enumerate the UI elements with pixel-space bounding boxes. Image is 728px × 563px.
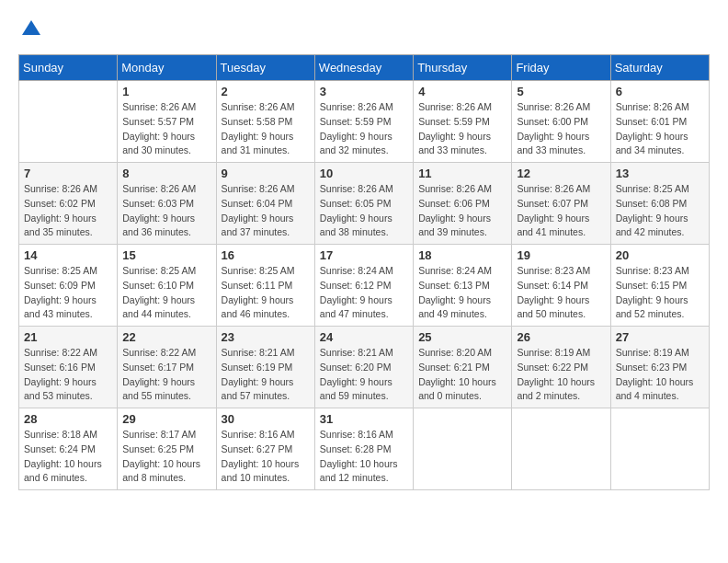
day-of-week-header: Saturday [610, 55, 709, 81]
day-info: Sunrise: 8:22 AMSunset: 6:16 PMDaylight:… [24, 346, 112, 404]
day-number: 27 [616, 330, 704, 344]
day-number: 22 [122, 330, 210, 344]
day-info: Sunrise: 8:16 AMSunset: 6:28 PMDaylight:… [320, 428, 408, 486]
calendar-cell: 2Sunrise: 8:26 AMSunset: 5:58 PMDaylight… [216, 81, 314, 163]
calendar-week-row: 21Sunrise: 8:22 AMSunset: 6:16 PMDayligh… [19, 327, 710, 408]
day-number: 19 [517, 248, 605, 262]
day-info: Sunrise: 8:17 AMSunset: 6:25 PMDaylight:… [122, 428, 210, 486]
calendar-cell: 12Sunrise: 8:26 AMSunset: 6:07 PMDayligh… [512, 163, 610, 245]
calendar-cell: 18Sunrise: 8:24 AMSunset: 6:13 PMDayligh… [414, 245, 512, 327]
day-number: 7 [24, 167, 112, 180]
day-info: Sunrise: 8:21 AMSunset: 6:20 PMDaylight:… [320, 346, 408, 404]
day-info: Sunrise: 8:26 AMSunset: 6:06 PMDaylight:… [418, 182, 506, 240]
calendar-week-row: 1Sunrise: 8:26 AMSunset: 5:57 PMDaylight… [19, 81, 710, 163]
calendar-cell: 10Sunrise: 8:26 AMSunset: 6:05 PMDayligh… [314, 163, 413, 245]
day-number: 17 [320, 248, 408, 262]
day-info: Sunrise: 8:26 AMSunset: 6:03 PMDaylight:… [122, 182, 210, 240]
calendar-cell: 29Sunrise: 8:17 AMSunset: 6:25 PMDayligh… [118, 408, 216, 490]
day-info: Sunrise: 8:21 AMSunset: 6:19 PMDaylight:… [222, 346, 310, 404]
day-info: Sunrise: 8:24 AMSunset: 6:13 PMDaylight:… [418, 264, 506, 322]
day-number: 2 [222, 85, 310, 98]
calendar-cell [610, 408, 709, 490]
day-info: Sunrise: 8:23 AMSunset: 6:15 PMDaylight:… [616, 264, 704, 322]
day-number: 28 [24, 412, 112, 426]
calendar-cell: 19Sunrise: 8:23 AMSunset: 6:14 PMDayligh… [512, 245, 610, 327]
day-number: 25 [418, 330, 506, 344]
calendar-cell: 4Sunrise: 8:26 AMSunset: 5:59 PMDaylight… [414, 81, 512, 163]
day-info: Sunrise: 8:19 AMSunset: 6:23 PMDaylight:… [616, 346, 704, 404]
day-info: Sunrise: 8:26 AMSunset: 6:02 PMDaylight:… [24, 182, 112, 240]
calendar-cell: 15Sunrise: 8:25 AMSunset: 6:10 PMDayligh… [118, 245, 216, 327]
calendar-cell: 17Sunrise: 8:24 AMSunset: 6:12 PMDayligh… [314, 245, 413, 327]
day-info: Sunrise: 8:26 AMSunset: 6:04 PMDaylight:… [222, 182, 310, 240]
day-info: Sunrise: 8:25 AMSunset: 6:09 PMDaylight:… [24, 264, 112, 322]
day-number: 1 [122, 85, 210, 98]
day-number: 30 [222, 412, 310, 426]
day-info: Sunrise: 8:26 AMSunset: 5:59 PMDaylight:… [320, 100, 408, 158]
day-number: 14 [24, 248, 112, 262]
logo [18, 18, 42, 45]
calendar-week-row: 14Sunrise: 8:25 AMSunset: 6:09 PMDayligh… [19, 245, 710, 327]
day-number: 3 [320, 85, 408, 98]
day-info: Sunrise: 8:25 AMSunset: 6:10 PMDaylight:… [122, 264, 210, 322]
calendar-cell: 24Sunrise: 8:21 AMSunset: 6:20 PMDayligh… [314, 327, 413, 408]
day-info: Sunrise: 8:24 AMSunset: 6:12 PMDaylight:… [320, 264, 408, 322]
day-info: Sunrise: 8:20 AMSunset: 6:21 PMDaylight:… [418, 346, 506, 404]
calendar-cell: 13Sunrise: 8:25 AMSunset: 6:08 PMDayligh… [610, 163, 709, 245]
day-number: 23 [222, 330, 310, 344]
calendar-cell: 22Sunrise: 8:22 AMSunset: 6:17 PMDayligh… [118, 327, 216, 408]
calendar-cell: 6Sunrise: 8:26 AMSunset: 6:01 PMDaylight… [610, 81, 709, 163]
calendar-cell: 9Sunrise: 8:26 AMSunset: 6:04 PMDaylight… [216, 163, 314, 245]
day-number: 18 [418, 248, 506, 262]
calendar-cell: 1Sunrise: 8:26 AMSunset: 5:57 PMDaylight… [118, 81, 216, 163]
calendar-cell: 5Sunrise: 8:26 AMSunset: 6:00 PMDaylight… [512, 81, 610, 163]
day-number: 29 [122, 412, 210, 426]
day-info: Sunrise: 8:19 AMSunset: 6:22 PMDaylight:… [517, 346, 605, 404]
day-info: Sunrise: 8:22 AMSunset: 6:17 PMDaylight:… [122, 346, 210, 404]
day-info: Sunrise: 8:23 AMSunset: 6:14 PMDaylight:… [517, 264, 605, 322]
day-info: Sunrise: 8:26 AMSunset: 6:07 PMDaylight:… [517, 182, 605, 240]
day-number: 10 [320, 167, 408, 180]
calendar-cell: 21Sunrise: 8:22 AMSunset: 6:16 PMDayligh… [19, 327, 118, 408]
calendar-cell: 20Sunrise: 8:23 AMSunset: 6:15 PMDayligh… [610, 245, 709, 327]
day-info: Sunrise: 8:26 AMSunset: 6:00 PMDaylight:… [517, 100, 605, 158]
day-of-week-header: Tuesday [216, 55, 314, 81]
day-info: Sunrise: 8:16 AMSunset: 6:27 PMDaylight:… [222, 428, 310, 486]
calendar-cell [19, 81, 118, 163]
calendar-week-row: 28Sunrise: 8:18 AMSunset: 6:24 PMDayligh… [19, 408, 710, 490]
calendar-cell: 23Sunrise: 8:21 AMSunset: 6:19 PMDayligh… [216, 327, 314, 408]
page-header [18, 18, 710, 45]
day-info: Sunrise: 8:26 AMSunset: 5:59 PMDaylight:… [418, 100, 506, 158]
calendar-cell: 3Sunrise: 8:26 AMSunset: 5:59 PMDaylight… [314, 81, 413, 163]
logo-icon [20, 18, 42, 40]
day-number: 4 [418, 85, 506, 98]
days-header-row: SundayMondayTuesdayWednesdayThursdayFrid… [19, 55, 710, 81]
calendar-cell: 27Sunrise: 8:19 AMSunset: 6:23 PMDayligh… [610, 327, 709, 408]
day-number: 26 [517, 330, 605, 344]
day-number: 12 [517, 167, 605, 180]
day-number: 5 [517, 85, 605, 98]
calendar-cell: 8Sunrise: 8:26 AMSunset: 6:03 PMDaylight… [118, 163, 216, 245]
calendar-cell: 25Sunrise: 8:20 AMSunset: 6:21 PMDayligh… [414, 327, 512, 408]
day-number: 24 [320, 330, 408, 344]
calendar-table: SundayMondayTuesdayWednesdayThursdayFrid… [18, 54, 710, 490]
day-number: 20 [616, 248, 704, 262]
day-number: 21 [24, 330, 112, 344]
day-number: 15 [122, 248, 210, 262]
calendar-cell: 26Sunrise: 8:19 AMSunset: 6:22 PMDayligh… [512, 327, 610, 408]
day-of-week-header: Wednesday [314, 55, 413, 81]
calendar-cell: 31Sunrise: 8:16 AMSunset: 6:28 PMDayligh… [314, 408, 413, 490]
calendar-cell: 28Sunrise: 8:18 AMSunset: 6:24 PMDayligh… [19, 408, 118, 490]
calendar-cell: 11Sunrise: 8:26 AMSunset: 6:06 PMDayligh… [414, 163, 512, 245]
day-of-week-header: Friday [512, 55, 610, 81]
day-number: 16 [222, 248, 310, 262]
day-of-week-header: Thursday [414, 55, 512, 81]
day-info: Sunrise: 8:26 AMSunset: 5:57 PMDaylight:… [122, 100, 210, 158]
day-info: Sunrise: 8:26 AMSunset: 6:05 PMDaylight:… [320, 182, 408, 240]
calendar-cell: 7Sunrise: 8:26 AMSunset: 6:02 PMDaylight… [19, 163, 118, 245]
day-number: 11 [418, 167, 506, 180]
day-info: Sunrise: 8:26 AMSunset: 5:58 PMDaylight:… [222, 100, 310, 158]
calendar-cell: 14Sunrise: 8:25 AMSunset: 6:09 PMDayligh… [19, 245, 118, 327]
calendar-cell [414, 408, 512, 490]
calendar-cell: 30Sunrise: 8:16 AMSunset: 6:27 PMDayligh… [216, 408, 314, 490]
